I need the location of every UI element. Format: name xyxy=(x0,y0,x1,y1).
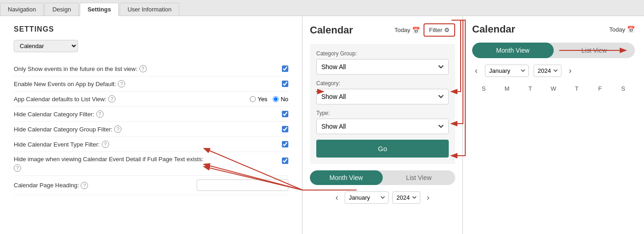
month-select-preview[interactable]: JanuaryFebruaryMarchApril MayJuneJulyAug… xyxy=(485,65,529,77)
view-toggle-filter: Month View List View xyxy=(310,170,455,185)
filter-group-category-group: Category Group: Show All xyxy=(316,50,449,75)
prev-arrow-filter[interactable]: ‹ xyxy=(333,192,341,203)
filter-button[interactable]: Filter ⚙ xyxy=(424,23,455,37)
day-headers: S M T W T F S xyxy=(472,83,635,94)
setting-label-new-events: Enable New Events on App by Default: ? xyxy=(14,80,278,87)
tab-design[interactable]: Design xyxy=(44,3,78,16)
setting-row-hide-image: Hide image when viewing Calendar Event D… xyxy=(14,152,288,176)
setting-label-hide-category: Hide Calendar Category Filter: ? xyxy=(14,110,278,118)
go-button[interactable]: Go xyxy=(316,140,449,158)
filter-group-type: Type: Show All xyxy=(316,110,449,134)
settings-panel: SETTINGS Calendar Only Show events in th… xyxy=(0,16,303,234)
setting-control-list-view: Yes No xyxy=(250,96,288,103)
setting-label-list-view: App Calendar defaults to List View: ? xyxy=(14,95,246,103)
help-icon-new-events[interactable]: ? xyxy=(118,80,125,87)
help-icon-list-view[interactable]: ? xyxy=(108,95,116,103)
filter-group-category: Category: Show All xyxy=(316,80,449,104)
month-view-btn-preview[interactable]: Month View xyxy=(472,43,554,58)
day-header-m: M xyxy=(495,83,519,94)
radio-yes-label: Yes xyxy=(250,96,267,103)
help-icon-hide-image[interactable]: ? xyxy=(14,164,21,172)
calendar-nav-filter: ‹ JanuaryFebruaryMarchApril MayJuneJulyA… xyxy=(310,191,455,204)
calendar-nav-preview: ‹ JanuaryFebruaryMarchApril MayJuneJulyA… xyxy=(472,65,635,77)
year-select-filter[interactable]: 2022202320242025 xyxy=(392,191,420,204)
help-icon-hide-category-group[interactable]: ? xyxy=(114,125,121,133)
day-header-f: F xyxy=(589,83,612,94)
day-header-t1: T xyxy=(518,83,542,94)
calendar-filter-header: Calendar Today 📅 Filter ⚙ xyxy=(310,23,455,37)
checkbox-hide-image[interactable] xyxy=(282,158,288,164)
setting-control-future-events xyxy=(282,65,288,72)
setting-control-new-events xyxy=(282,81,288,87)
filter-panel: Category Group: Show All Category: Show … xyxy=(310,44,455,164)
filter-select-category[interactable]: Show All xyxy=(316,89,449,104)
day-header-t2: T xyxy=(565,83,589,94)
calendar-icon-filter: 📅 xyxy=(412,27,420,34)
calendar-filter-title: Calendar xyxy=(310,24,353,36)
view-toggle-preview: Month View List View xyxy=(472,43,635,58)
filter-select-type[interactable]: Show All xyxy=(316,119,449,134)
checkbox-hide-event-type[interactable] xyxy=(282,141,288,147)
month-view-btn-filter[interactable]: Month View xyxy=(310,170,383,185)
top-nav-bar: Navigation Design Settings User Informat… xyxy=(0,0,644,16)
setting-control-page-heading xyxy=(197,180,288,191)
list-view-btn-preview[interactable]: List View xyxy=(554,43,635,58)
day-header-s2: S xyxy=(611,83,635,94)
setting-label-page-heading: Calendar Page Heading: ? xyxy=(14,182,193,189)
help-icon-hide-category[interactable]: ? xyxy=(96,110,104,118)
setting-label-future-events: Only Show events in the future on the li… xyxy=(14,65,278,72)
year-select-preview[interactable]: 2022202320242025 xyxy=(534,65,561,77)
setting-row-list-view: App Calendar defaults to List View: ? Ye… xyxy=(14,92,288,107)
tab-user-information[interactable]: User Information xyxy=(120,3,179,16)
setting-row-page-heading: Calendar Page Heading: ? xyxy=(14,176,288,195)
tab-settings[interactable]: Settings xyxy=(80,3,119,16)
setting-control-hide-event-type xyxy=(282,141,288,147)
prev-arrow-preview[interactable]: ‹ xyxy=(472,65,480,76)
next-arrow-filter[interactable]: › xyxy=(424,192,432,203)
setting-control-hide-category-group xyxy=(282,126,288,132)
setting-row-new-events: Enable New Events on App by Default: ? xyxy=(14,76,288,92)
filter-label-category: Category: xyxy=(316,80,449,87)
tab-navigation[interactable]: Navigation xyxy=(0,3,44,16)
setting-row-future-events: Only Show events in the future on the li… xyxy=(14,61,288,76)
today-button-preview[interactable]: Today 📅 xyxy=(609,26,635,33)
filter-label-category-group: Category Group: xyxy=(316,50,449,57)
calendar-icon-preview: 📅 xyxy=(627,26,635,33)
radio-no[interactable] xyxy=(273,96,279,102)
setting-label-hide-event-type: Hide Calendar Event Type Filter: ? xyxy=(14,141,278,148)
calendar-filter-panel: Calendar Today 📅 Filter ⚙ Category Group… xyxy=(303,16,463,234)
radio-yes[interactable] xyxy=(250,96,256,102)
filter-select-category-group[interactable]: Show All xyxy=(316,59,449,75)
settings-dropdown[interactable]: Calendar xyxy=(14,40,78,52)
calendar-header-right: Today 📅 Filter ⚙ xyxy=(394,23,455,37)
checkbox-hide-category[interactable] xyxy=(282,111,288,117)
month-select-filter[interactable]: JanuaryFebruaryMarchApril MayJuneJulyAug… xyxy=(345,191,389,204)
setting-row-hide-category: Hide Calendar Category Filter: ? xyxy=(14,107,288,122)
filter-label-type: Type: xyxy=(316,110,449,116)
preview-title: Calendar xyxy=(472,23,515,35)
help-icon-page-heading[interactable]: ? xyxy=(81,182,88,189)
preview-header: Calendar Today 📅 xyxy=(472,23,635,35)
day-header-w: W xyxy=(542,83,565,94)
help-icon-future-events[interactable]: ? xyxy=(139,65,147,72)
setting-row-hide-category-group: Hide Calendar Category Group Filter: ? xyxy=(14,122,288,137)
setting-label-hide-image: Hide image when viewing Calendar Event D… xyxy=(14,156,278,163)
settings-title: SETTINGS xyxy=(14,25,288,33)
checkbox-future-events[interactable] xyxy=(282,65,288,72)
setting-row-hide-event-type: Hide Calendar Event Type Filter: ? xyxy=(14,137,288,152)
setting-label-hide-category-group: Hide Calendar Category Group Filter: ? xyxy=(14,125,278,133)
calendar-preview-panel: Calendar Today 📅 Month View List View ‹ … xyxy=(463,16,644,234)
checkbox-new-events[interactable] xyxy=(282,81,288,87)
next-arrow-preview[interactable]: › xyxy=(566,65,574,76)
checkbox-hide-category-group[interactable] xyxy=(282,126,288,132)
setting-control-hide-category xyxy=(282,111,288,117)
today-button-filter[interactable]: Today 📅 xyxy=(394,27,420,34)
day-header-s1: S xyxy=(472,83,495,94)
main-content: SETTINGS Calendar Only Show events in th… xyxy=(0,16,644,234)
input-page-heading[interactable] xyxy=(197,180,288,191)
filter-icon: ⚙ xyxy=(444,27,450,33)
help-icon-hide-event-type[interactable]: ? xyxy=(102,141,109,148)
radio-no-label: No xyxy=(273,96,288,103)
list-view-btn-filter[interactable]: List View xyxy=(383,170,456,185)
